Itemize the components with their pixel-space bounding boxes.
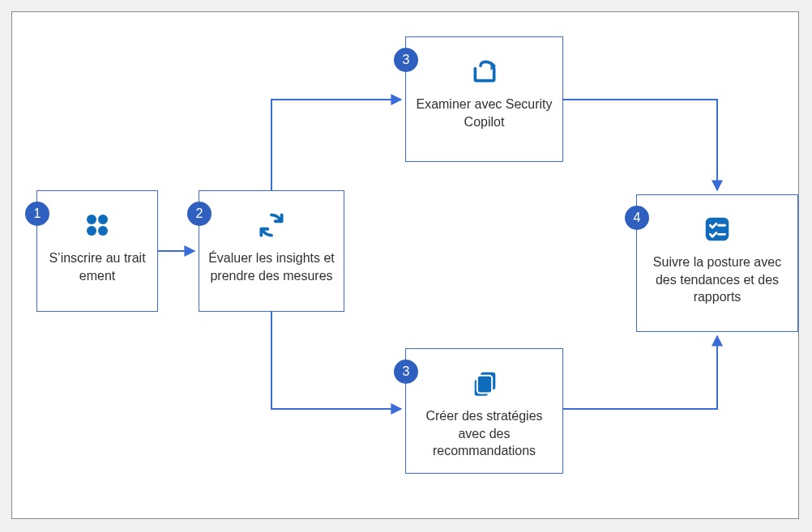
node-enroll-label: S’inscrire au trait ement: [37, 245, 157, 292]
node-evaluate-label: Évaluer les insights et prendre des mesu…: [199, 245, 344, 292]
diagram-canvas: S’inscrire au trait ement 1 Évaluer les …: [11, 11, 799, 519]
node-examine-copilot-label: Examiner avec Security Copilot: [406, 91, 562, 138]
checklist-icon: [637, 210, 797, 249]
node-enroll: S’inscrire au trait ement: [36, 190, 158, 312]
step-badge-4: 4: [625, 206, 649, 230]
node-create-strategies: Créer des stratégies avec des recommanda…: [405, 348, 563, 474]
node-evaluate: Évaluer les insights et prendre des mesu…: [199, 190, 344, 312]
svg-rect-9: [477, 376, 491, 394]
node-track-posture: Suivre la posture avec des tendances et …: [636, 194, 798, 332]
stack-icon: [406, 364, 562, 402]
svg-rect-10: [706, 218, 729, 241]
svg-point-2: [87, 226, 96, 236]
svg-point-1: [98, 215, 108, 224]
node-create-strategies-label: Créer des stratégies avec des recommanda…: [406, 402, 562, 468]
step-badge-3b: 3: [394, 360, 418, 384]
step-badge-2: 2: [187, 202, 212, 226]
node-examine-copilot: Examiner avec Security Copilot: [405, 36, 563, 162]
svg-point-3: [98, 226, 108, 236]
share-icon: [406, 52, 562, 91]
step-badge-1: 1: [25, 202, 49, 226]
refresh-icon: [199, 206, 344, 245]
svg-point-0: [87, 215, 96, 224]
step-badge-3a: 3: [394, 48, 418, 72]
grid-dots-icon: [37, 206, 157, 245]
node-track-posture-label: Suivre la posture avec des tendances et …: [637, 249, 797, 314]
